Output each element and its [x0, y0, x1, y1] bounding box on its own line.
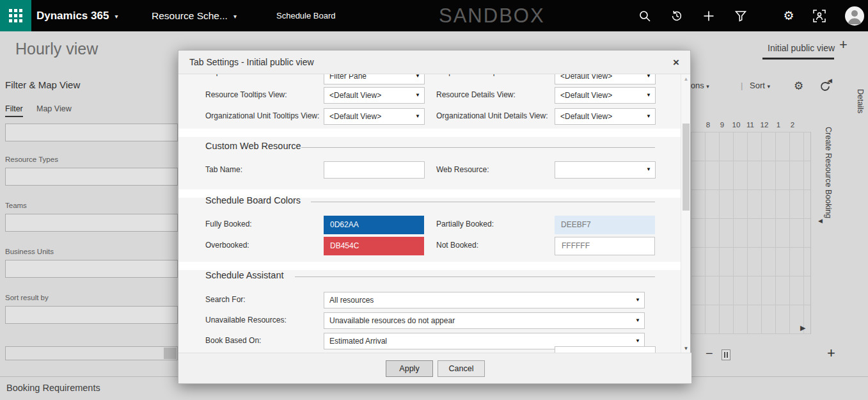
org-unit-tooltips-view-dropdown[interactable]: <Default View>▼	[324, 108, 425, 125]
org-unit-tooltips-view-label: Organizational Unit Tooltips View:	[205, 111, 319, 120]
org-unit-details-view-dropdown[interactable]: <Default View>▼	[555, 108, 656, 125]
overbooked-label: Overbooked:	[205, 241, 249, 250]
overbooked-color-field[interactable]: DB454C	[324, 237, 424, 255]
fully-booked-label: Fully Booked:	[205, 220, 252, 228]
area-title: Resource Sche...	[152, 10, 228, 22]
chevron-down-icon: ▾	[233, 13, 237, 20]
unavailable-resources-dropdown[interactable]: Unavailable resources do not appear▼	[324, 312, 645, 329]
dialog-header: Tab Settings - Initial public view ×	[178, 51, 690, 74]
search-for-dropdown[interactable]: All resources▼	[324, 292, 645, 308]
scroll-up-icon[interactable]: ▲	[681, 76, 691, 82]
app-switcher[interactable]: Dynamics 365 ▾	[36, 0, 118, 31]
tab-settings-dialog: Tab Settings - Initial public view × Map…	[178, 50, 691, 384]
custom-web-resource-heading: Custom Web Resource	[205, 141, 301, 151]
top-navbar: Dynamics 365 ▾ Resource Sche... ▾ Schedu…	[0, 0, 868, 31]
resource-tooltips-view-dropdown[interactable]: <Default View>▼	[324, 87, 425, 104]
requirement-map-filter-view-label: Requirement Map Filter View:	[436, 74, 537, 76]
dialog-footer: Apply Cancel	[178, 353, 691, 383]
section-divider	[295, 276, 655, 277]
add-icon[interactable]	[694, 0, 723, 31]
resource-details-view-dropdown[interactable]: <Default View>▼	[555, 87, 656, 104]
settings-gear-icon[interactable]: ⚙	[774, 0, 803, 31]
map-view-tab-placement-label: Map View Tab Placement:	[205, 74, 294, 76]
environment-watermark: SANDBOX	[439, 4, 545, 28]
chevron-down-icon: ▾	[114, 13, 118, 20]
section-divider	[301, 147, 655, 148]
dialog-body: Map View Tab Placement: Filter Pane▼ Req…	[178, 74, 682, 354]
section-divider	[311, 202, 655, 202]
board-colors-heading: Schedule Board Colors	[205, 195, 301, 205]
apply-button[interactable]: Apply	[386, 360, 433, 377]
resource-details-view-label: Resource Details View:	[436, 90, 516, 99]
org-unit-details-view-label: Organizational Unit Details View:	[436, 111, 548, 120]
web-resource-label: Web Resource:	[436, 165, 489, 174]
recent-history-icon[interactable]	[662, 0, 691, 31]
caret-down-icon: ▼	[415, 93, 420, 98]
cancel-button[interactable]: Cancel	[438, 360, 485, 377]
schedule-board-app: Dynamics 365 ▾ Resource Sche... ▾ Schedu…	[0, 0, 868, 400]
dialog-scrollbar-thumb[interactable]	[683, 124, 690, 211]
caret-down-icon: ▼	[646, 114, 651, 119]
caret-down-icon: ▼	[646, 167, 651, 172]
requirement-map-filter-view-dropdown[interactable]: <Default View>▼	[555, 74, 656, 84]
search-icon[interactable]	[630, 0, 659, 31]
search-for-label: Search For:	[205, 295, 246, 304]
waffle-icon[interactable]	[0, 0, 31, 31]
caret-down-icon: ▼	[415, 74, 420, 79]
caret-down-icon: ▼	[635, 339, 640, 344]
unavailable-resources-label: Unavailable Resources:	[205, 316, 287, 324]
map-view-tab-placement-dropdown[interactable]: Filter Pane▼	[324, 74, 425, 84]
caret-down-icon: ▼	[635, 298, 640, 303]
caret-down-icon: ▼	[646, 93, 651, 98]
schedule-assistant-heading: Schedule Assistant	[205, 270, 284, 280]
area-switcher[interactable]: Resource Sche... ▾	[152, 0, 237, 31]
dialog-scrollbar[interactable]: ▲ ▼	[681, 74, 690, 354]
book-based-on-label: Book Based On:	[205, 336, 261, 345]
caret-down-icon: ▼	[646, 74, 651, 79]
app-title: Dynamics 365	[36, 10, 109, 22]
page-title: Schedule Board	[276, 0, 336, 31]
web-resource-dropdown[interactable]: ▼	[555, 161, 656, 179]
partially-booked-color-field[interactable]: DEEBF7	[555, 216, 655, 234]
fully-booked-color-field[interactable]: 0D62AA	[324, 216, 424, 234]
close-icon[interactable]: ×	[668, 55, 684, 70]
resource-tooltips-view-label: Resource Tooltips View:	[205, 90, 287, 99]
user-avatar[interactable]	[845, 6, 864, 26]
filter-icon[interactable]	[726, 0, 755, 31]
tab-name-label: Tab Name:	[205, 165, 242, 174]
scroll-down-icon[interactable]: ▼	[681, 346, 691, 351]
focus-mode-icon[interactable]	[805, 0, 834, 31]
not-booked-label: Not Booked:	[436, 241, 478, 250]
caret-down-icon: ▼	[415, 114, 420, 119]
partially-booked-label: Partially Booked:	[436, 220, 494, 228]
not-booked-color-field[interactable]: FFFFFF	[555, 237, 655, 255]
dialog-title: Tab Settings - Initial public view	[189, 57, 314, 67]
caret-down-icon: ▼	[635, 318, 640, 323]
tab-name-input[interactable]	[324, 161, 425, 179]
